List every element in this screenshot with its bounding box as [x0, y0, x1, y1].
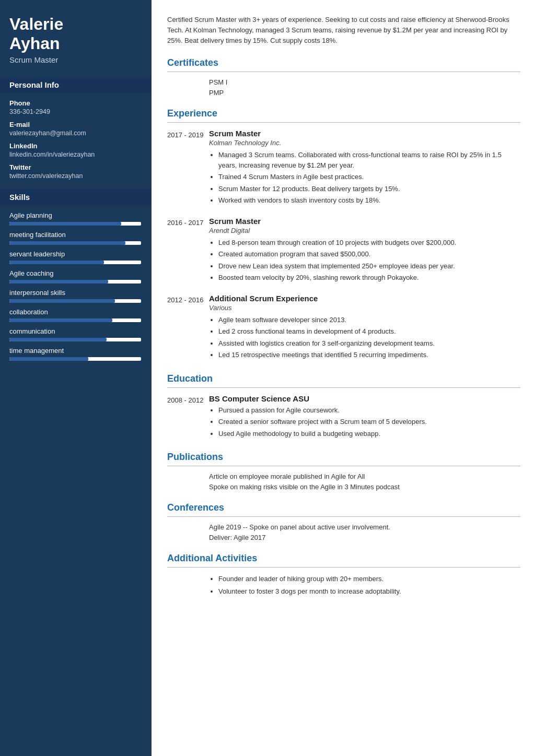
additional-bullet-item: Volunteer to foster 3 dogs per month to … [218, 586, 520, 597]
certificates-list: PSM IPMP [167, 78, 520, 97]
skill-name-label: Agile planning [9, 211, 141, 219]
certificates-section: Certificates PSM IPMP [167, 57, 520, 97]
main-content: Certified Scrum Master with 3+ years of … [152, 0, 535, 756]
linkedin-value: linkedin.com/in/valeriezayhan [9, 151, 141, 158]
skill-item: interpersonal skills [9, 289, 141, 303]
experience-content: Additional Scrum ExperienceVariousAgile … [209, 294, 520, 362]
experience-dates: 2017 - 2019 [167, 129, 209, 207]
experience-bullet-item: Assisted with logistics creation for 3 s… [218, 338, 520, 349]
publications-title: Publications [167, 452, 520, 463]
skill-name-label: interpersonal skills [9, 289, 141, 297]
skill-item: servant leadership [9, 250, 141, 264]
experience-bullet-item: Boosted team velocity by 20%, slashing r… [218, 273, 520, 283]
education-bullets: Pursued a passion for Agile coursework.C… [209, 405, 520, 439]
skill-bar-background [9, 261, 141, 264]
conference-item: Agile 2019 -- Spoke on panel about activ… [209, 523, 520, 531]
skill-bar-background [9, 318, 141, 322]
education-bullet-item: Pursued a passion for Agile coursework. [218, 405, 520, 416]
experience-company: Arendt Digital [209, 227, 520, 234]
skill-name-label: time management [9, 347, 141, 355]
phone-label: Phone [9, 99, 141, 107]
experience-bullet-item: Led 15 retrospective meetings that ident… [218, 350, 520, 360]
phone-value: 336-301-2949 [9, 108, 141, 115]
skill-item: meeting facilitation [9, 231, 141, 245]
experience-title-text: Scrum Master [209, 129, 520, 138]
publications-section: Publications Article on employee morale … [167, 452, 520, 491]
experience-bullets: Agile team software developer since 2013… [209, 315, 520, 360]
certificates-title: Certificates [167, 57, 520, 68]
experience-content: Scrum MasterKolman Technology Inc.Manage… [209, 129, 520, 207]
linkedin-block: LinkedIn linkedin.com/in/valeriezayhan [9, 142, 141, 158]
conferences-title: Conferences [167, 502, 520, 513]
skill-bar-background [9, 241, 141, 245]
twitter-value: twitter.com/valeriezayhan [9, 172, 141, 180]
email-value: valeriezayhan@gmail.com [9, 129, 141, 137]
experience-title: Experience [167, 108, 520, 119]
skill-bar-fill [9, 241, 125, 245]
additional-title: Additional Activities [167, 553, 520, 564]
conference-item: Deliver: Agile 2017 [209, 534, 520, 541]
experience-section: Experience 2017 - 2019Scrum MasterKolman… [167, 108, 520, 362]
skill-bar-fill [9, 280, 108, 284]
experience-bullet-item: Led 2 cross functional teams in developm… [218, 326, 520, 337]
experience-bullet-item: Worked with vendors to slash inventory c… [218, 195, 520, 206]
experience-company: Various [209, 304, 520, 312]
education-dates: 2008 - 2012 [167, 394, 209, 441]
experience-bullet-item: Led 8-person team through creation of 10… [218, 238, 520, 248]
sidebar: Valerie Ayhan Scrum Master Personal Info… [0, 0, 152, 756]
skill-bar-fill [9, 261, 104, 264]
skill-bar-background [9, 222, 141, 226]
experience-company: Kolman Technology Inc. [209, 139, 520, 147]
experience-bullet-item: Drove new Lean idea system that implemen… [218, 261, 520, 271]
skill-bar-fill [9, 299, 115, 303]
skill-bar-background [9, 299, 141, 303]
skills-list: Agile planningmeeting facilitationservan… [9, 211, 141, 361]
skill-item: time management [9, 347, 141, 361]
twitter-label: Twitter [9, 163, 141, 171]
phone-block: Phone 336-301-2949 [9, 99, 141, 115]
experience-bullet-item: Agile team software developer since 2013… [218, 315, 520, 325]
skill-bar-background [9, 280, 141, 284]
skill-item: Agile planning [9, 211, 141, 226]
certificate-item: PMP [209, 89, 520, 97]
education-list: 2008 - 2012BS Computer Science ASUPursue… [167, 394, 520, 441]
experience-row: 2012 - 2016Additional Scrum ExperienceVa… [167, 294, 520, 362]
education-bullet-item: Used Agile methodology to build a budget… [218, 429, 520, 439]
personal-info-header: Personal Info [0, 77, 152, 93]
experience-content: Scrum MasterArendt DigitalLed 8-person t… [209, 217, 520, 285]
skill-name-label: meeting facilitation [9, 231, 141, 239]
certificate-item: PSM I [209, 78, 520, 86]
additional-list: Founder and leader of hiking group with … [167, 574, 520, 596]
experience-title-text: Scrum Master [209, 217, 520, 226]
experience-title-text: Additional Scrum Experience [209, 294, 520, 303]
education-section: Education 2008 - 2012BS Computer Science… [167, 373, 520, 441]
resume-container: Valerie Ayhan Scrum Master Personal Info… [0, 0, 535, 756]
skill-bar-fill [9, 222, 121, 226]
candidate-name: Valerie Ayhan [9, 15, 141, 53]
linkedin-label: LinkedIn [9, 142, 141, 150]
skill-item: collaboration [9, 308, 141, 322]
skill-bar-background [9, 357, 141, 361]
email-block: E-mail valeriezayhan@gmail.com [9, 121, 141, 137]
experience-row: 2017 - 2019Scrum MasterKolman Technology… [167, 129, 520, 207]
education-row: 2008 - 2012BS Computer Science ASUPursue… [167, 394, 520, 441]
skill-bar-fill [9, 338, 107, 341]
skill-item: communication [9, 327, 141, 341]
experience-bullet-item: Scrum Master for 12 products. Beat deliv… [218, 184, 520, 194]
publication-item: Spoke on making risks visible on the Agi… [209, 483, 520, 491]
experience-bullets: Managed 3 Scrum teams. Collaborated with… [209, 150, 520, 206]
education-content: BS Computer Science ASUPursued a passion… [209, 394, 520, 441]
candidate-title: Scrum Master [9, 55, 141, 64]
experience-bullet-item: Managed 3 Scrum teams. Collaborated with… [218, 150, 520, 170]
experience-dates: 2012 - 2016 [167, 294, 209, 362]
experience-bullets: Led 8-person team through creation of 10… [209, 238, 520, 283]
experience-bullet-item: Created automation program that saved $5… [218, 249, 520, 259]
publication-item: Article on employee morale published in … [209, 473, 520, 480]
skill-bar-fill [9, 318, 112, 322]
experience-bullet-item: Trained 4 Scrum Masters in Agile best pr… [218, 172, 520, 182]
experience-dates: 2016 - 2017 [167, 217, 209, 285]
twitter-block: Twitter twitter.com/valeriezayhan [9, 163, 141, 180]
skill-name-label: Agile coaching [9, 269, 141, 277]
additional-bullet-item: Founder and leader of hiking group with … [218, 574, 520, 584]
skill-bar-fill [9, 357, 88, 361]
